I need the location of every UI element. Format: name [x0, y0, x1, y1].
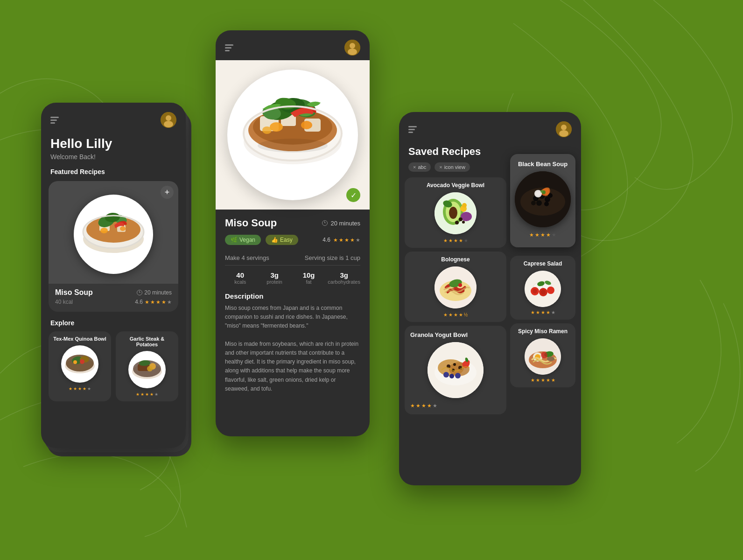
explore-bowl-1	[61, 345, 98, 383]
explore-stars-1: ★★★★★	[69, 386, 91, 391]
protein-unit: protein	[259, 279, 289, 285]
rating-inline: 4.6 ★★★★★	[322, 237, 360, 243]
right-menu-icon[interactable]	[408, 126, 417, 133]
easy-tag[interactable]: 👍 Easy	[266, 235, 298, 245]
explore-bowl-2	[128, 351, 166, 388]
featured-recipe-card[interactable]: +	[49, 181, 178, 312]
granola-stars: ★★★★★	[410, 403, 501, 409]
svg-point-90	[531, 201, 536, 205]
left-phone-header	[41, 103, 186, 133]
svg-point-28	[348, 49, 357, 55]
add-button[interactable]: +	[161, 186, 174, 199]
fat-val: 10g	[294, 271, 324, 279]
fat-item: 10g fat	[294, 271, 324, 285]
svg-point-24	[147, 366, 153, 371]
middle-phone-header	[216, 30, 370, 60]
greeting-title: Hello Lilly	[50, 136, 176, 151]
black-bean-name: Black Bean Soup	[518, 161, 568, 168]
black-bean-card[interactable]: Black Bean Soup	[510, 154, 575, 247]
description-title: Description	[225, 292, 360, 300]
bolognese-name: Bolognese	[441, 256, 470, 263]
svg-point-2	[164, 121, 173, 127]
svg-point-1	[166, 115, 171, 121]
explore-card-steak[interactable]: Garlic Steak & Potatoes ★★★★★	[116, 331, 178, 401]
svg-point-64	[455, 221, 459, 224]
recipe-title: Miso Soup	[225, 217, 277, 229]
left-phone-main: Hello Lilly Welcome Back! Featured Recip…	[41, 103, 186, 448]
menu-icon[interactable]	[50, 117, 59, 124]
easy-icon: 👍	[271, 237, 278, 243]
recipe-time: 20 minutes	[137, 289, 172, 296]
bolognese-card[interactable]: Bolognese	[405, 252, 506, 322]
svg-point-95	[540, 190, 543, 193]
bolognese-stars: ★★★★½	[443, 312, 468, 317]
caprese-stars: ★★★★★	[531, 310, 555, 315]
caprese-name: Caprese Salad	[524, 260, 562, 267]
recipe-detail: Miso Soup 20 minutes 🌿 Vegan 👍 Easy 4.6 …	[216, 210, 370, 401]
svg-point-80	[443, 372, 449, 378]
mid-stars: ★★★★★	[333, 237, 360, 243]
filter-chip-abc[interactable]: × abc	[408, 162, 431, 172]
middle-phone: ✓ Miso Soup 20 minutes 🌿 Vegan 👍 Easy 4.…	[216, 30, 370, 436]
carbs-item: 3g carbohydrates	[328, 271, 360, 285]
filter-label-abc: abc	[418, 164, 426, 170]
svg-point-93	[536, 191, 540, 196]
filter-chip-iconview[interactable]: × icon view	[435, 162, 470, 172]
description-text: Miso soup comes from Japan and is a comm…	[225, 304, 360, 393]
filter-remove-abc[interactable]: ×	[413, 164, 416, 170]
avatar[interactable]	[161, 112, 176, 128]
black-bean-bowl-img	[515, 171, 571, 227]
protein-val: 3g	[259, 271, 289, 279]
caprese-bowl-img	[525, 271, 561, 307]
svg-point-81	[449, 374, 454, 378]
avocado-stars: ★★★★★	[443, 238, 468, 243]
vegan-tag[interactable]: 🌿 Vegan	[225, 235, 261, 245]
featured-info: Miso Soup 20 minutes	[49, 284, 178, 297]
granola-bowl-img	[428, 342, 484, 398]
avocado-veggie-card[interactable]: Avocado Veggie Bowl	[405, 177, 506, 248]
svg-point-65	[462, 221, 465, 224]
svg-point-42	[270, 122, 283, 132]
featured-image-area	[49, 181, 178, 284]
svg-point-101	[547, 287, 554, 294]
bolognese-bowl-img	[435, 266, 477, 308]
servings: Make 4 servings	[225, 254, 269, 261]
avocado-name: Avocado Veggie Bowl	[427, 182, 484, 189]
middle-menu-icon[interactable]	[225, 44, 233, 51]
right-avatar[interactable]	[556, 121, 572, 137]
granola-card[interactable]: Granola Yogut Bowl	[405, 326, 506, 414]
caprese-card[interactable]: Caprese Salad	[510, 256, 575, 320]
recipe-title-row: Miso Soup 20 minutes	[225, 217, 360, 229]
svg-point-44	[262, 126, 272, 134]
saved-col-left: Avocado Veggie Bowl	[405, 177, 506, 414]
svg-point-112	[547, 357, 554, 361]
explore-grid: Tex-Mex Quinoa Bowl ★★★★★	[41, 331, 186, 401]
explore-card-texmex[interactable]: Tex-Mex Quinoa Bowl ★★★★★	[49, 331, 111, 401]
svg-point-104	[533, 289, 537, 294]
svg-point-27	[350, 43, 355, 49]
middle-avatar[interactable]	[344, 40, 360, 56]
svg-point-12	[120, 226, 126, 231]
filter-remove-iconview[interactable]: ×	[439, 164, 442, 170]
carbs-unit: carbohydrates	[328, 279, 360, 285]
greeting-section: Hello Lilly Welcome Back!	[41, 133, 186, 168]
recipe-time: 20 minutes	[322, 220, 360, 227]
svg-point-70	[458, 283, 462, 287]
svg-point-49	[559, 130, 568, 137]
svg-point-111	[541, 352, 547, 358]
svg-point-19	[73, 360, 77, 364]
checkmark-circle[interactable]: ✓	[346, 188, 360, 202]
svg-point-82	[455, 373, 461, 378]
middle-food-hero: ✓	[216, 60, 370, 210]
recipe-kcal: 40 kcal	[55, 299, 73, 305]
carbs-val: 3g	[328, 271, 360, 279]
explore-card-title: Tex-Mex Quinoa Bowl	[53, 336, 106, 342]
saved-recipes-grid: Avocado Veggie Bowl	[399, 177, 581, 414]
svg-point-11	[100, 228, 108, 233]
svg-point-88	[536, 200, 542, 206]
middle-bowl-large	[227, 70, 358, 200]
explore-card-title-2: Garlic Steak & Potatoes	[120, 336, 174, 347]
nutrition-grid: 40 kcals 3g protein 10g fat 3g carbohydr…	[225, 271, 360, 285]
filter-label-iconview: icon view	[444, 164, 465, 170]
spicy-miso-card[interactable]: Spicy Miso Ramen	[510, 323, 575, 387]
